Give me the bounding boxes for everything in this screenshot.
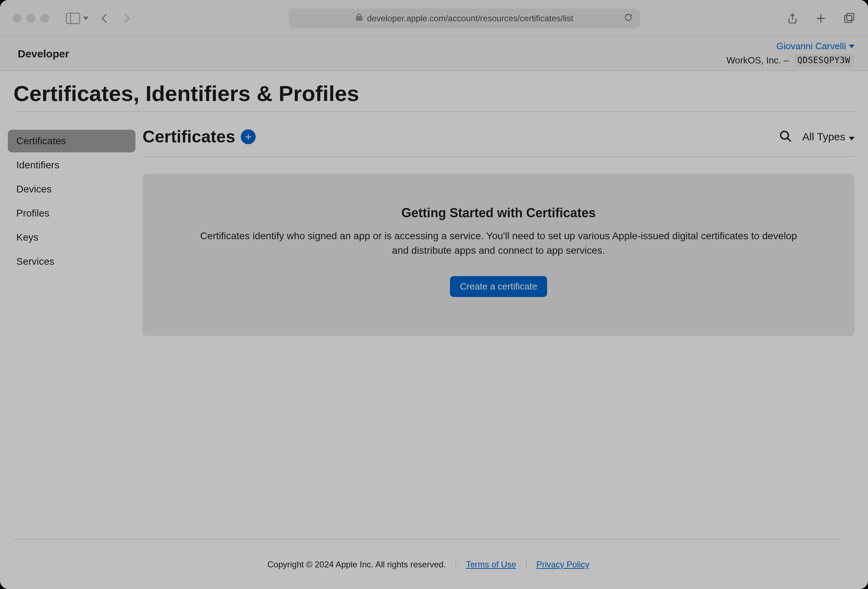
tab-group-menu-icon[interactable]: [83, 15, 89, 22]
sidebar-item-services[interactable]: Services: [8, 250, 136, 273]
browser-toolbar: developer.apple.com/account/resources/ce…: [0, 0, 868, 37]
terms-link[interactable]: Terms of Use: [466, 560, 516, 570]
org-name: WorkOS, Inc. –: [726, 55, 789, 66]
account-block: Giovanni Carvelli WorkOS, Inc. – QDSESQP…: [726, 41, 855, 66]
share-icon[interactable]: [787, 12, 799, 25]
sidebar-item-keys[interactable]: Keys: [8, 226, 136, 249]
tab-overview-icon[interactable]: [843, 12, 855, 25]
forward-button[interactable]: [121, 14, 130, 23]
create-certificate-button[interactable]: Create a certificate: [450, 276, 547, 297]
window-controls: [13, 14, 49, 23]
side-nav: Certificates Identifiers Devices Profile…: [8, 120, 136, 538]
lock-icon: [356, 13, 363, 24]
chevron-down-icon: [849, 131, 855, 143]
sidebar-item-devices[interactable]: Devices: [8, 178, 136, 200]
back-button[interactable]: [102, 14, 110, 23]
sidebar-item-profiles[interactable]: Profiles: [8, 202, 136, 225]
sidebar-item-identifiers[interactable]: Identifiers: [8, 154, 136, 177]
search-button[interactable]: [778, 129, 793, 144]
add-certificate-button[interactable]: +: [241, 130, 255, 144]
svg-rect-1: [847, 13, 854, 20]
url-text: developer.apple.com/account/resources/ce…: [367, 13, 573, 24]
empty-state-heading: Getting Started with Certificates: [199, 206, 798, 221]
divider: [526, 560, 527, 569]
fullscreen-window-button[interactable]: [40, 14, 49, 23]
account-name-text: Giovanni Carvelli: [776, 41, 846, 52]
copyright-text: Copyright © 2024 Apple Inc. All rights r…: [267, 560, 446, 570]
sidebar-item-certificates[interactable]: Certificates: [8, 130, 136, 152]
developer-logo[interactable]: Developer: [13, 48, 69, 60]
developer-header: Developer Giovanni Carvelli WorkOS, Inc.…: [0, 37, 868, 71]
empty-state-description: Certificates identify who signed an app …: [199, 229, 798, 258]
footer: Copyright © 2024 Apple Inc. All rights r…: [13, 539, 843, 589]
plus-icon: +: [245, 131, 252, 143]
close-window-button[interactable]: [13, 14, 21, 23]
account-menu[interactable]: Giovanni Carvelli: [776, 41, 855, 52]
new-tab-icon[interactable]: [815, 12, 827, 25]
empty-state-card: Getting Started with Certificates Certif…: [143, 174, 855, 336]
team-id-badge[interactable]: QDSESQPY3W: [793, 54, 855, 66]
type-filter-dropdown[interactable]: All Types: [802, 131, 855, 143]
divider: [456, 560, 456, 569]
sidebar-toggle-icon[interactable]: [66, 13, 80, 24]
page-title: Certificates, Identifiers & Profiles: [13, 81, 855, 112]
nav-arrows: [103, 15, 128, 22]
content-header: Certificates + All Types: [143, 120, 855, 157]
svg-rect-0: [844, 15, 852, 22]
address-bar[interactable]: developer.apple.com/account/resources/ce…: [289, 9, 640, 28]
main-content: Certificates + All Types Getting S: [136, 120, 855, 538]
type-filter-label: All Types: [802, 131, 845, 143]
minimize-window-button[interactable]: [27, 14, 35, 23]
content-title: Certificates: [143, 127, 235, 146]
reload-icon[interactable]: [624, 13, 633, 24]
developer-logo-text: Developer: [18, 48, 69, 60]
chevron-down-icon: [849, 43, 855, 50]
svg-point-2: [781, 131, 788, 139]
privacy-link[interactable]: Privacy Policy: [536, 560, 589, 570]
